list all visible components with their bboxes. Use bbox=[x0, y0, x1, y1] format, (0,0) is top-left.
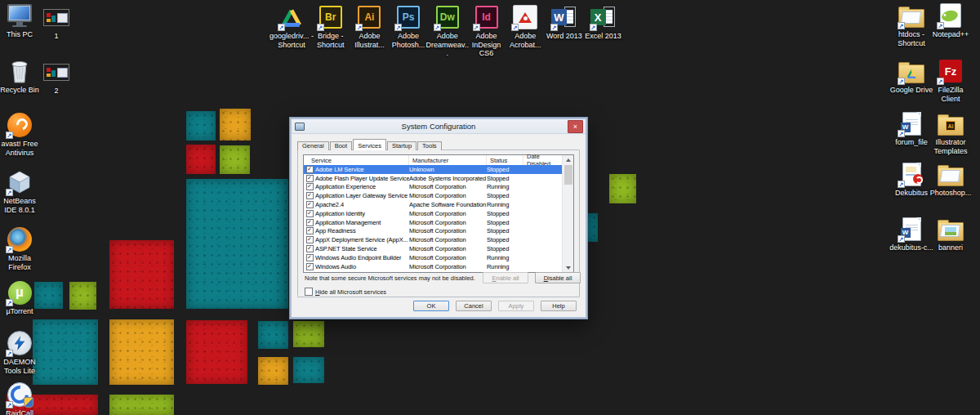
desktop-icon-adobe-photosh[interactable]: Ps↗Adobe Photosh... bbox=[390, 3, 427, 49]
desktop-icon-word-2013[interactable]: W↗Word 2013 bbox=[546, 3, 583, 41]
tab-boot[interactable]: Boot bbox=[330, 141, 352, 150]
desktop-icon-mozilla-firefox[interactable]: ↗Mozilla Firefox bbox=[1, 225, 38, 271]
mozilla-firefox-icon: ↗ bbox=[6, 225, 33, 253]
desktop-icon-excel-2013[interactable]: X↗Excel 2013 bbox=[585, 3, 622, 41]
enable-all-button[interactable]: Enable all bbox=[483, 272, 528, 283]
shortcut-arrow-overlay: ↗ bbox=[590, 24, 597, 31]
desktop-icon-google-drive[interactable]: ↗Google Drive bbox=[893, 57, 930, 95]
scroll-down-icon[interactable] bbox=[563, 263, 573, 272]
desktop-icon-raidcall[interactable]: ↗RaidCall bbox=[1, 381, 38, 415]
vertical-scrollbar[interactable] bbox=[562, 155, 573, 272]
help-button[interactable]: Help bbox=[541, 301, 577, 311]
desktop-icon-bridge-shortcut[interactable]: Br↗Bridge - Shortcut bbox=[312, 3, 350, 49]
desktop-icon-avast-free-antivirus[interactable]: ↗avast! Free Antivirus bbox=[1, 111, 38, 157]
desktop-tile-teal bbox=[186, 179, 288, 309]
service-row-windows-audio[interactable]: ✓Windows AudioMicrosoft CorporationRunni… bbox=[304, 262, 562, 271]
service-checkbox[interactable]: ✓ bbox=[306, 201, 314, 208]
scroll-up-icon[interactable] bbox=[563, 155, 573, 164]
service-row-application-identity[interactable]: ✓Application IdentityMicrosoft Corporati… bbox=[304, 209, 562, 218]
desktop-icon-daemon-tools-lite[interactable]: ↗DAEMON Tools Lite bbox=[1, 329, 38, 375]
service-checkbox[interactable]: ✓ bbox=[306, 166, 314, 173]
service-name: Application Layer Gateway Service bbox=[315, 192, 409, 199]
service-name: ASP.NET State Service bbox=[315, 245, 409, 252]
desktop-icon-dekubitus-c[interactable]: W↗dekubitus-c... bbox=[893, 215, 930, 252]
service-checkbox[interactable]: ✓ bbox=[306, 236, 314, 243]
shortcut-arrow-overlay: ↗ bbox=[937, 78, 944, 85]
desktop-icon-illustrator-templates[interactable]: AiIllustrator Templates bbox=[932, 109, 969, 155]
service-row-asp-net-state-service[interactable]: ✓ASP.NET State ServiceMicrosoft Corporat… bbox=[304, 244, 562, 253]
service-row-application-management[interactable]: ✓Application ManagementMicrosoft Corpora… bbox=[304, 218, 562, 227]
desktop-icon-this-pc[interactable]: This PC bbox=[1, 2, 38, 39]
desktop-icon-htdocs-shortcut[interactable]: ↗htdocs - Shortcut bbox=[893, 2, 930, 47]
shortcut-arrow-overlay: ↗ bbox=[6, 401, 13, 408]
service-checkbox[interactable]: ✓ bbox=[306, 254, 314, 261]
column-header-service[interactable]: Service bbox=[304, 155, 409, 165]
desktop-icon-googledriv-shortcut[interactable]: ↗googledriv... - Shortcut bbox=[273, 3, 310, 49]
service-checkbox[interactable]: ✓ bbox=[306, 245, 314, 252]
desktop-icon-forum-file[interactable]: W↗forum_file bbox=[893, 109, 930, 147]
column-header-date-disabled[interactable]: Date Disabled bbox=[523, 155, 562, 165]
desktop-icon-adobe-indesign-cs6[interactable]: Id↗Adobe InDesign CS6 bbox=[468, 3, 506, 58]
service-name: Windows Audio bbox=[315, 263, 409, 270]
service-checkbox[interactable]: ✓ bbox=[306, 210, 314, 217]
service-name: Application Management bbox=[315, 219, 409, 226]
cancel-button[interactable]: Cancel bbox=[456, 301, 492, 311]
service-checkbox[interactable]: ✓ bbox=[306, 175, 314, 182]
service-checkbox[interactable]: ✓ bbox=[306, 183, 314, 190]
services-tab-page: ServiceManufacturerStatusDate Disabled ✓… bbox=[297, 149, 580, 297]
dialog-footer: OKCancelApplyHelp bbox=[292, 301, 577, 311]
service-row-adobe-lm-service[interactable]: ✓Adobe LM ServiceUnknownStopped bbox=[304, 165, 562, 174]
service-row-app-readiness[interactable]: ✓App ReadinessMicrosoft CorporationStopp… bbox=[304, 227, 562, 236]
service-row-apache2-4[interactable]: ✓Apache2.4Apache Software FoundationRunn… bbox=[304, 200, 562, 209]
service-status: Running bbox=[487, 254, 523, 261]
service-checkbox[interactable]: ✓ bbox=[306, 192, 314, 199]
desktop-icon-label: forum_file bbox=[889, 138, 933, 147]
service-checkbox[interactable]: ✓ bbox=[306, 219, 314, 226]
service-row-adobe-flash-player-update-service[interactable]: ✓Adobe Flash Player Update ServiceAdobe … bbox=[304, 174, 562, 183]
desktop-icon-torrent[interactable]: µ↗µTorrent bbox=[1, 279, 38, 316]
googledriv-shortcut-icon: ↗ bbox=[278, 3, 305, 31]
desktop-icon-label: 2 bbox=[34, 87, 78, 96]
desktop-icon-recycle-bin[interactable]: Recycle Bin bbox=[1, 57, 38, 95]
banneri-icon bbox=[937, 215, 964, 243]
column-header-manufacturer[interactable]: Manufacturer bbox=[409, 155, 487, 165]
tab-startup[interactable]: Startup bbox=[387, 141, 416, 150]
desktop-icon-label: Adobe InDesign CS6 bbox=[465, 32, 509, 58]
desktop-icon-notepad[interactable]: ↗Notepad++ bbox=[932, 2, 969, 39]
2-icon bbox=[42, 58, 70, 86]
desktop-icon-1[interactable]: 1 bbox=[38, 3, 75, 41]
desktop-icon-photoshop[interactable]: Photoshop... bbox=[932, 160, 969, 198]
service-row-application-experience[interactable]: ✓Application ExperienceMicrosoft Corpora… bbox=[304, 183, 562, 192]
google-drive-icon: ↗ bbox=[898, 57, 925, 85]
tab-general[interactable]: General bbox=[297, 141, 329, 150]
ok-button[interactable]: OK bbox=[413, 301, 449, 311]
column-header-status[interactable]: Status bbox=[487, 155, 523, 165]
desktop-icon-adobe-dreamweav[interactable]: Dw↗Adobe Dreamweav... bbox=[429, 3, 466, 58]
close-icon[interactable]: × bbox=[568, 120, 583, 133]
service-row-windows-audio-endpoint-builder[interactable]: ✓Windows Audio Endpoint BuilderMicrosoft… bbox=[304, 253, 562, 262]
apply-button[interactable]: Apply bbox=[498, 301, 534, 311]
service-row-application-layer-gateway-service[interactable]: ✓Application Layer Gateway ServiceMicros… bbox=[304, 191, 562, 200]
service-manufacturer: Microsoft Corporation bbox=[409, 236, 487, 243]
desktop-icon-label: Adobe Photosh... bbox=[386, 32, 430, 49]
tab-tools[interactable]: Tools bbox=[417, 141, 442, 150]
desktop-icon-filezilla-client[interactable]: Fz↗FileZilla Client bbox=[932, 57, 969, 103]
tab-services[interactable]: Services bbox=[353, 139, 386, 150]
service-row-appx-deployment-service-appx[interactable]: ✓AppX Deployment Service (AppX...Microso… bbox=[304, 235, 562, 244]
desktop-icon-adobe-acrobat[interactable]: ↗Adobe Acrobat... bbox=[506, 3, 544, 49]
shortcut-arrow-overlay: ↗ bbox=[898, 78, 905, 85]
desktop-icon-netbeans-ide-8-0-1[interactable]: ↗NetBeans IDE 8.0.1 bbox=[1, 168, 38, 214]
desktop-icon-dekubitus[interactable]: ↗Dekubitus bbox=[893, 160, 930, 198]
scrollbar-thumb[interactable] bbox=[564, 165, 572, 185]
service-checkbox[interactable]: ✓ bbox=[306, 227, 314, 234]
disable-all-button[interactable]: Disable all bbox=[535, 272, 581, 283]
service-checkbox[interactable]: ✓ bbox=[306, 263, 314, 270]
desktop-icon-adobe-illustrat[interactable]: Ai↗Adobe Illustrat... bbox=[350, 3, 388, 49]
desktop-icon-2[interactable]: 2 bbox=[38, 58, 75, 96]
dialog-titlebar[interactable]: System Configuration × bbox=[292, 119, 586, 134]
hide-services-checkbox[interactable] bbox=[305, 288, 313, 296]
desktop-icon-banneri[interactable]: banneri bbox=[932, 215, 969, 252]
htdocs-shortcut-icon: ↗ bbox=[898, 2, 925, 29]
service-manufacturer: Microsoft Corporation bbox=[409, 219, 487, 226]
service-manufacturer: Microsoft Corporation bbox=[409, 192, 487, 199]
